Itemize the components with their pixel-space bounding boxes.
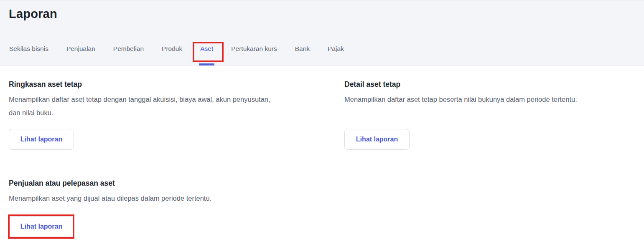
tab-label: Pertukaran kurs xyxy=(231,45,277,52)
report-tab-bar: Sekilas bisnis Penjualan Pembelian Produ… xyxy=(9,42,644,56)
report-card-ringkasan-aset-tetap: Ringkasan aset tetap Menampilkan daftar … xyxy=(9,79,344,150)
tab-label: Produk xyxy=(162,45,182,52)
page-header: Laporan Sekilas bisnis Penjualan Pembeli… xyxy=(0,0,644,66)
tab-pembelian[interactable]: Pembelian xyxy=(113,42,144,56)
active-tab-underline xyxy=(199,63,214,66)
tab-label: Aset xyxy=(200,45,213,52)
report-card-description: Menampilkan daftar aset tetap beserta ni… xyxy=(344,93,637,119)
tab-bank[interactable]: Bank xyxy=(295,42,310,56)
tab-pajak[interactable]: Pajak xyxy=(328,42,344,56)
report-list: Ringkasan aset tetap Menampilkan daftar … xyxy=(0,66,644,237)
report-card-detail-aset-tetap: Detail aset tetap Menampilkan daftar ase… xyxy=(344,79,644,150)
report-card-title: Detail aset tetap xyxy=(344,79,644,89)
tab-aset[interactable]: Aset xyxy=(200,42,213,56)
tab-label: Bank xyxy=(295,45,310,52)
tab-label: Pajak xyxy=(328,45,344,52)
tab-penjualan[interactable]: Penjualan xyxy=(66,42,95,56)
report-card-penjualan-pelepasan-aset: Penjualan atau pelepasan aset Menampilka… xyxy=(9,178,344,237)
view-report-button-pelepasan[interactable]: Lihat laporan xyxy=(9,216,74,237)
tab-sekilas-bisnis[interactable]: Sekilas bisnis xyxy=(9,42,48,56)
report-card-description: Menampilkan aset yang dijual atau dilepa… xyxy=(9,192,344,205)
tab-label: Pembelian xyxy=(113,45,144,52)
page-title: Laporan xyxy=(9,6,644,22)
report-card-description: Menampilkan daftar aset tetap dengan tan… xyxy=(9,93,278,119)
view-report-button-detail[interactable]: Lihat laporan xyxy=(344,129,410,150)
tab-label: Penjualan xyxy=(66,45,95,52)
tab-pertukaran-kurs[interactable]: Pertukaran kurs xyxy=(231,42,277,56)
report-card-title: Ringkasan aset tetap xyxy=(9,79,344,89)
tab-produk[interactable]: Produk xyxy=(162,42,182,56)
tab-label: Sekilas bisnis xyxy=(9,45,48,52)
view-report-button-ringkasan[interactable]: Lihat laporan xyxy=(9,129,74,150)
report-card-title: Penjualan atau pelepasan aset xyxy=(9,178,344,188)
